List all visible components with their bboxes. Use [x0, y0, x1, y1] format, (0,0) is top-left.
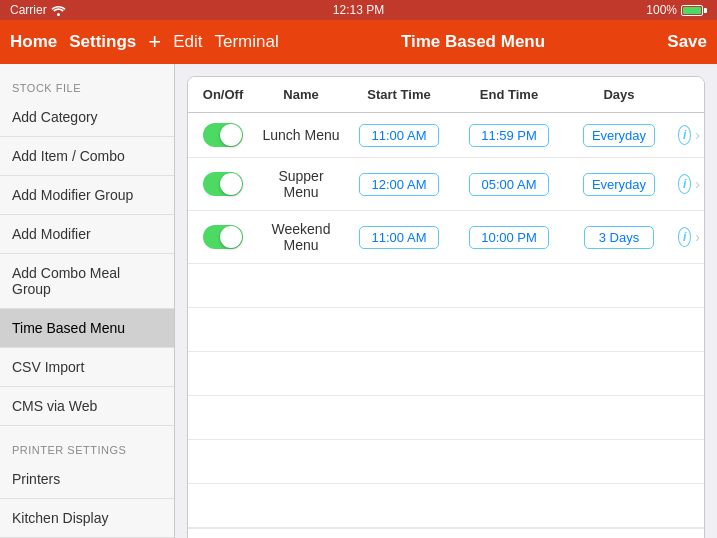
battery-icon — [681, 5, 707, 16]
row-lunch-start-time[interactable]: 11:00 AM — [344, 122, 454, 149]
info-button[interactable]: i — [678, 174, 691, 194]
empty-row — [188, 396, 704, 440]
chevron-right-icon: › — [695, 176, 700, 192]
row-weekend-info[interactable]: i › — [674, 225, 704, 249]
col-header-start-time: Start Time — [344, 85, 454, 104]
row-lunch-info[interactable]: i › — [674, 123, 704, 147]
sidebar-section-stock: STOCK FILE — [0, 64, 174, 98]
row-supper-end-time[interactable]: 05:00 AM — [454, 171, 564, 198]
sidebar-item-printers[interactable]: Printers — [0, 460, 174, 499]
col-header-onoff: On/Off — [188, 85, 258, 104]
edit-button[interactable]: Edit — [173, 32, 202, 52]
sidebar-item-add-category[interactable]: Add Category — [0, 98, 174, 137]
terminal-button[interactable]: Terminal — [214, 32, 278, 52]
empty-row — [188, 308, 704, 352]
save-button[interactable]: Save — [667, 32, 707, 52]
table-header: On/Off Name Start Time End Time Days — [188, 77, 704, 113]
table-row: Weekend Menu 11:00 AM 10:00 PM 3 Days i … — [188, 211, 704, 264]
sidebar-item-time-based-menu[interactable]: Time Based Menu — [0, 309, 174, 348]
sidebar-item-kitchen-display[interactable]: Kitchen Display — [0, 499, 174, 538]
row-weekend-start-time[interactable]: 11:00 AM — [344, 224, 454, 251]
sidebar-item-add-combo-meal-group[interactable]: Add Combo Meal Group — [0, 254, 174, 309]
nav-bar-left: Home Settings + Edit Terminal — [10, 29, 279, 55]
nav-title: Time Based Menu — [279, 32, 668, 52]
row-supper-days[interactable]: Everyday — [564, 171, 674, 198]
row-supper-info[interactable]: i › — [674, 172, 704, 196]
sidebar-item-add-item-combo[interactable]: Add Item / Combo — [0, 137, 174, 176]
status-bar-left: Carrier — [10, 3, 66, 17]
row-weekend-days[interactable]: 3 Days — [564, 224, 674, 251]
empty-row — [188, 484, 704, 528]
row-supper-name: Supper Menu — [258, 166, 344, 202]
chevron-right-icon: › — [695, 127, 700, 143]
col-header-days: Days — [564, 85, 674, 104]
battery-pct-label: 100% — [646, 3, 677, 17]
table-row: Lunch Menu 11:00 AM 11:59 PM Everyday i … — [188, 113, 704, 158]
toggle-supper[interactable] — [188, 170, 258, 198]
home-button[interactable]: Home — [10, 32, 57, 52]
col-header-end-time: End Time — [454, 85, 564, 104]
col-header-name: Name — [258, 85, 344, 104]
info-button[interactable]: i — [678, 227, 691, 247]
time-based-menu-table: On/Off Name Start Time End Time Days Lun… — [187, 76, 705, 538]
toggle-lunch[interactable] — [188, 121, 258, 149]
sidebar-item-add-modifier-group[interactable]: Add Modifier Group — [0, 176, 174, 215]
sidebar: STOCK FILE Add Category Add Item / Combo… — [0, 64, 175, 538]
main-layout: STOCK FILE Add Category Add Item / Combo… — [0, 64, 717, 538]
nav-bar: Home Settings + Edit Terminal Time Based… — [0, 20, 717, 64]
status-bar-time: 12:13 PM — [333, 3, 384, 17]
sidebar-item-csv-import[interactable]: CSV Import — [0, 348, 174, 387]
status-bar: Carrier 12:13 PM 100% — [0, 0, 717, 20]
svg-point-0 — [57, 13, 60, 16]
row-lunch-end-time[interactable]: 11:59 PM — [454, 122, 564, 149]
empty-row — [188, 352, 704, 396]
sidebar-item-cms-via-web[interactable]: CMS via Web — [0, 387, 174, 426]
empty-row — [188, 440, 704, 484]
content-area: On/Off Name Start Time End Time Days Lun… — [175, 64, 717, 538]
col-header-action — [674, 85, 704, 104]
carrier-label: Carrier — [10, 3, 47, 17]
table-row: Supper Menu 12:00 AM 05:00 AM Everyday i… — [188, 158, 704, 211]
sidebar-section-printer: PRINTER SETTINGS — [0, 426, 174, 460]
info-button[interactable]: i — [678, 125, 691, 145]
row-supper-start-time[interactable]: 12:00 AM — [344, 171, 454, 198]
row-weekend-name: Weekend Menu — [258, 219, 344, 255]
wifi-icon — [51, 5, 66, 16]
status-bar-right: 100% — [646, 3, 707, 17]
add-button[interactable]: + — [148, 29, 161, 55]
table-footer-note: - Time based menu allows you to show dif… — [188, 528, 704, 538]
toggle-weekend[interactable] — [188, 223, 258, 251]
sidebar-item-add-modifier[interactable]: Add Modifier — [0, 215, 174, 254]
row-lunch-days[interactable]: Everyday — [564, 122, 674, 149]
settings-button[interactable]: Settings — [69, 32, 136, 52]
row-weekend-end-time[interactable]: 10:00 PM — [454, 224, 564, 251]
row-lunch-name: Lunch Menu — [258, 125, 344, 145]
chevron-right-icon: › — [695, 229, 700, 245]
empty-row — [188, 264, 704, 308]
